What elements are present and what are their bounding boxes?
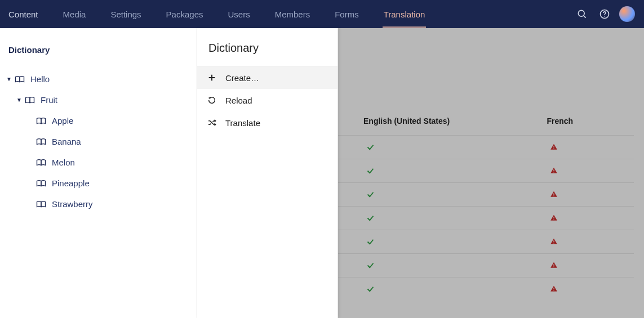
avatar — [619, 6, 635, 22]
tree-item-pineapple[interactable]: Pineapple — [6, 173, 191, 194]
tree-label: Melon — [52, 158, 75, 167]
shuffle-icon — [206, 117, 217, 128]
tree-item-strawberry[interactable]: Strawberry — [6, 194, 191, 214]
context-label: Reload — [225, 96, 252, 105]
tree-item-banana[interactable]: Banana — [6, 131, 191, 152]
svg-point-3 — [604, 16, 605, 17]
nav-label: Translation — [384, 10, 425, 19]
context-menu: Create… Reload Translate — [197, 66, 337, 134]
book-icon — [36, 138, 46, 146]
plus-icon — [206, 72, 217, 83]
nav-label: Members — [275, 10, 310, 19]
nav-label: Content — [8, 10, 38, 19]
nav-forms[interactable]: Forms — [322, 0, 371, 28]
user-avatar-button[interactable] — [616, 0, 638, 28]
book-icon — [36, 159, 46, 167]
tree-label: Fruit — [41, 95, 57, 105]
context-create[interactable]: Create… — [197, 66, 337, 89]
content-area: English (United States) French — [338, 28, 644, 318]
caret-down-icon[interactable]: ▼ — [6, 76, 12, 82]
context-label: Create… — [225, 73, 259, 83]
book-icon — [36, 200, 46, 208]
nav-packages[interactable]: Packages — [154, 0, 216, 28]
nav-label: Forms — [335, 10, 359, 19]
nav-label: Users — [228, 10, 250, 19]
nav-settings[interactable]: Settings — [98, 0, 153, 28]
context-translate[interactable]: Translate — [197, 111, 337, 134]
tree-label: Apple — [52, 116, 73, 126]
dim-overlay[interactable] — [338, 28, 644, 318]
search-button[interactable] — [571, 0, 593, 28]
nav-label: Settings — [110, 10, 141, 19]
svg-point-0 — [578, 10, 584, 16]
book-icon — [36, 117, 46, 125]
book-icon — [36, 180, 46, 187]
sidebar-title: Dictionary — [6, 42, 191, 69]
book-icon — [15, 75, 25, 83]
context-title: Dictionary — [197, 28, 337, 66]
dictionary-tree: ▼ Hello ▼ Fruit Apple — [6, 69, 191, 214]
context-reload[interactable]: Reload — [197, 89, 337, 111]
tree-item-fruit[interactable]: ▼ Fruit — [6, 89, 191, 110]
nav-label: Packages — [166, 10, 203, 19]
caret-down-icon[interactable]: ▼ — [16, 97, 23, 103]
topnav: Content Media Settings Packages Users Me… — [0, 0, 644, 28]
tree-label: Pineapple — [52, 178, 90, 188]
context-label: Translate — [225, 118, 260, 128]
nav-members[interactable]: Members — [263, 0, 323, 28]
tree-item-apple[interactable]: Apple — [6, 110, 191, 131]
tree-label: Hello — [30, 74, 50, 84]
reload-icon — [206, 95, 217, 106]
help-button[interactable] — [593, 0, 616, 28]
tree-label: Strawberry — [52, 199, 93, 209]
context-panel: Dictionary Create… Reload Translate — [197, 28, 338, 318]
nav-translation[interactable]: Translation — [371, 0, 438, 28]
help-icon — [599, 8, 610, 20]
svg-line-1 — [584, 16, 586, 18]
nav-label: Media — [63, 10, 86, 19]
tree-item-melon[interactable]: Melon — [6, 152, 191, 173]
tree-label: Banana — [52, 137, 81, 146]
nav-media[interactable]: Media — [51, 0, 99, 28]
nav-content[interactable]: Content — [6, 0, 51, 28]
nav-users[interactable]: Users — [215, 0, 262, 28]
sidebar: Dictionary ▼ Hello ▼ Fruit App — [0, 28, 197, 318]
tree-item-hello[interactable]: ▼ Hello — [6, 69, 191, 89]
search-icon — [576, 8, 588, 20]
book-icon — [25, 96, 35, 104]
